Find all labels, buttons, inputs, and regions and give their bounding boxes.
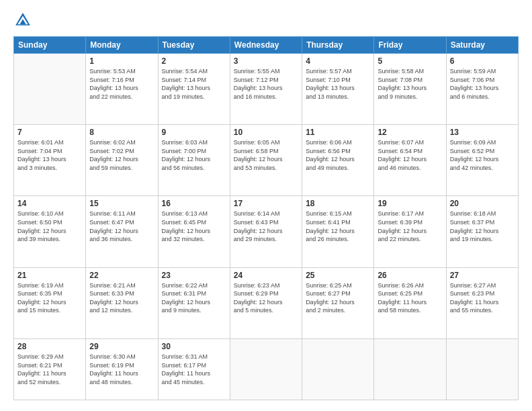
weekday-header: Sunday bbox=[14, 37, 86, 54]
day-number: 13 bbox=[450, 128, 515, 137]
calendar-cell: 17Sunrise: 6:14 AMSunset: 6:43 PMDayligh… bbox=[230, 196, 302, 267]
calendar-cell: 3Sunrise: 5:55 AMSunset: 7:12 PMDaylight… bbox=[230, 54, 302, 125]
day-number: 18 bbox=[306, 199, 370, 208]
page: SundayMondayTuesdayWednesdayThursdayFrid… bbox=[0, 0, 532, 411]
calendar-cell: 27Sunrise: 6:27 AMSunset: 6:23 PMDayligh… bbox=[446, 267, 518, 338]
weekday-header: Saturday bbox=[446, 37, 518, 54]
calendar-cell: 1Sunrise: 5:53 AMSunset: 7:16 PMDaylight… bbox=[86, 54, 158, 125]
day-number: 21 bbox=[17, 271, 82, 280]
day-number: 23 bbox=[162, 271, 226, 280]
day-info: Sunrise: 5:55 AMSunset: 7:12 PMDaylight:… bbox=[234, 67, 298, 101]
day-number: 8 bbox=[89, 128, 154, 137]
day-info: Sunrise: 6:21 AMSunset: 6:33 PMDaylight:… bbox=[89, 281, 154, 315]
day-number: 28 bbox=[17, 342, 82, 351]
calendar-cell: 22Sunrise: 6:21 AMSunset: 6:33 PMDayligh… bbox=[86, 267, 158, 338]
calendar-cell bbox=[446, 338, 518, 400]
day-info: Sunrise: 6:25 AMSunset: 6:27 PMDaylight:… bbox=[306, 281, 370, 315]
day-number: 7 bbox=[17, 128, 82, 137]
day-info: Sunrise: 6:07 AMSunset: 6:54 PMDaylight:… bbox=[378, 138, 442, 172]
day-number: 11 bbox=[306, 128, 370, 137]
day-info: Sunrise: 6:26 AMSunset: 6:25 PMDaylight:… bbox=[378, 281, 442, 315]
calendar-cell: 7Sunrise: 6:01 AMSunset: 7:04 PMDaylight… bbox=[14, 125, 86, 196]
day-number: 19 bbox=[378, 199, 442, 208]
day-info: Sunrise: 5:54 AMSunset: 7:14 PMDaylight:… bbox=[162, 67, 226, 101]
day-info: Sunrise: 6:11 AMSunset: 6:47 PMDaylight:… bbox=[89, 210, 154, 243]
day-number: 17 bbox=[234, 199, 298, 208]
calendar-cell: 5Sunrise: 5:58 AMSunset: 7:08 PMDaylight… bbox=[374, 54, 446, 125]
day-info: Sunrise: 6:22 AMSunset: 6:31 PMDaylight:… bbox=[162, 281, 226, 315]
day-number: 24 bbox=[234, 271, 298, 280]
day-info: Sunrise: 6:03 AMSunset: 7:00 PMDaylight:… bbox=[162, 138, 226, 172]
weekday-header: Wednesday bbox=[230, 37, 302, 54]
calendar-cell: 19Sunrise: 6:17 AMSunset: 6:39 PMDayligh… bbox=[374, 196, 446, 267]
calendar-week-row: 1Sunrise: 5:53 AMSunset: 7:16 PMDaylight… bbox=[14, 54, 519, 125]
calendar-week-row: 28Sunrise: 6:29 AMSunset: 6:21 PMDayligh… bbox=[14, 338, 519, 400]
calendar-cell: 21Sunrise: 6:19 AMSunset: 6:35 PMDayligh… bbox=[14, 267, 86, 338]
day-info: Sunrise: 5:57 AMSunset: 7:10 PMDaylight:… bbox=[306, 67, 370, 101]
calendar-cell bbox=[230, 338, 302, 400]
calendar-cell bbox=[374, 338, 446, 400]
calendar-cell: 6Sunrise: 5:59 AMSunset: 7:06 PMDaylight… bbox=[446, 54, 518, 125]
day-info: Sunrise: 6:27 AMSunset: 6:23 PMDaylight:… bbox=[450, 281, 515, 315]
calendar-cell: 26Sunrise: 6:26 AMSunset: 6:25 PMDayligh… bbox=[374, 267, 446, 338]
day-info: Sunrise: 6:23 AMSunset: 6:29 PMDaylight:… bbox=[234, 281, 298, 315]
day-number: 14 bbox=[17, 199, 82, 208]
day-number: 27 bbox=[450, 271, 515, 280]
calendar-cell: 30Sunrise: 6:31 AMSunset: 6:17 PMDayligh… bbox=[158, 338, 230, 400]
day-info: Sunrise: 6:02 AMSunset: 7:02 PMDaylight:… bbox=[89, 138, 154, 172]
day-number: 30 bbox=[162, 342, 226, 351]
day-number: 4 bbox=[306, 56, 370, 66]
weekday-header: Tuesday bbox=[158, 37, 230, 54]
calendar-header-row: SundayMondayTuesdayWednesdayThursdayFrid… bbox=[14, 37, 519, 54]
day-info: Sunrise: 6:29 AMSunset: 6:21 PMDaylight:… bbox=[17, 353, 82, 386]
day-number: 12 bbox=[378, 128, 442, 137]
weekday-header: Thursday bbox=[302, 37, 374, 54]
day-info: Sunrise: 6:18 AMSunset: 6:37 PMDaylight:… bbox=[450, 210, 515, 243]
day-info: Sunrise: 5:53 AMSunset: 7:16 PMDaylight:… bbox=[89, 67, 154, 101]
calendar-cell: 24Sunrise: 6:23 AMSunset: 6:29 PMDayligh… bbox=[230, 267, 302, 338]
day-info: Sunrise: 6:05 AMSunset: 6:58 PMDaylight:… bbox=[234, 138, 298, 172]
day-info: Sunrise: 6:10 AMSunset: 6:50 PMDaylight:… bbox=[17, 210, 82, 243]
day-number: 15 bbox=[89, 199, 154, 208]
day-info: Sunrise: 6:17 AMSunset: 6:39 PMDaylight:… bbox=[378, 210, 442, 243]
calendar-cell: 28Sunrise: 6:29 AMSunset: 6:21 PMDayligh… bbox=[14, 338, 86, 400]
calendar-table: SundayMondayTuesdayWednesdayThursdayFrid… bbox=[13, 36, 519, 400]
calendar-cell: 11Sunrise: 6:06 AMSunset: 6:56 PMDayligh… bbox=[302, 125, 374, 196]
calendar-cell: 20Sunrise: 6:18 AMSunset: 6:37 PMDayligh… bbox=[446, 196, 518, 267]
calendar-cell: 12Sunrise: 6:07 AMSunset: 6:54 PMDayligh… bbox=[374, 125, 446, 196]
day-info: Sunrise: 6:13 AMSunset: 6:45 PMDaylight:… bbox=[162, 210, 226, 243]
day-number: 6 bbox=[450, 56, 515, 66]
day-info: Sunrise: 6:31 AMSunset: 6:17 PMDaylight:… bbox=[162, 353, 226, 386]
logo bbox=[13, 11, 35, 30]
day-info: Sunrise: 5:59 AMSunset: 7:06 PMDaylight:… bbox=[450, 67, 515, 101]
day-number: 25 bbox=[306, 271, 370, 280]
calendar-cell: 2Sunrise: 5:54 AMSunset: 7:14 PMDaylight… bbox=[158, 54, 230, 125]
day-info: Sunrise: 6:06 AMSunset: 6:56 PMDaylight:… bbox=[306, 138, 370, 172]
calendar-week-row: 7Sunrise: 6:01 AMSunset: 7:04 PMDaylight… bbox=[14, 125, 519, 196]
calendar-cell: 4Sunrise: 5:57 AMSunset: 7:10 PMDaylight… bbox=[302, 54, 374, 125]
calendar-cell: 23Sunrise: 6:22 AMSunset: 6:31 PMDayligh… bbox=[158, 267, 230, 338]
day-info: Sunrise: 6:09 AMSunset: 6:52 PMDaylight:… bbox=[450, 138, 515, 172]
weekday-header: Monday bbox=[86, 37, 158, 54]
calendar-cell: 15Sunrise: 6:11 AMSunset: 6:47 PMDayligh… bbox=[86, 196, 158, 267]
calendar-week-row: 21Sunrise: 6:19 AMSunset: 6:35 PMDayligh… bbox=[14, 267, 519, 338]
day-number: 26 bbox=[378, 271, 442, 280]
day-number: 1 bbox=[89, 56, 154, 66]
calendar-cell: 18Sunrise: 6:15 AMSunset: 6:41 PMDayligh… bbox=[302, 196, 374, 267]
day-number: 10 bbox=[234, 128, 298, 137]
day-number: 22 bbox=[89, 271, 154, 280]
calendar-cell: 25Sunrise: 6:25 AMSunset: 6:27 PMDayligh… bbox=[302, 267, 374, 338]
calendar-cell: 29Sunrise: 6:30 AMSunset: 6:19 PMDayligh… bbox=[86, 338, 158, 400]
day-info: Sunrise: 6:15 AMSunset: 6:41 PMDaylight:… bbox=[306, 210, 370, 243]
calendar-cell: 13Sunrise: 6:09 AMSunset: 6:52 PMDayligh… bbox=[446, 125, 518, 196]
calendar-cell: 9Sunrise: 6:03 AMSunset: 7:00 PMDaylight… bbox=[158, 125, 230, 196]
day-number: 3 bbox=[234, 56, 298, 66]
weekday-header: Friday bbox=[374, 37, 446, 54]
day-number: 5 bbox=[378, 56, 442, 66]
day-info: Sunrise: 6:30 AMSunset: 6:19 PMDaylight:… bbox=[89, 353, 154, 386]
calendar-cell: 10Sunrise: 6:05 AMSunset: 6:58 PMDayligh… bbox=[230, 125, 302, 196]
calendar-cell: 14Sunrise: 6:10 AMSunset: 6:50 PMDayligh… bbox=[14, 196, 86, 267]
day-number: 20 bbox=[450, 199, 515, 208]
logo-icon bbox=[13, 11, 32, 30]
calendar-week-row: 14Sunrise: 6:10 AMSunset: 6:50 PMDayligh… bbox=[14, 196, 519, 267]
